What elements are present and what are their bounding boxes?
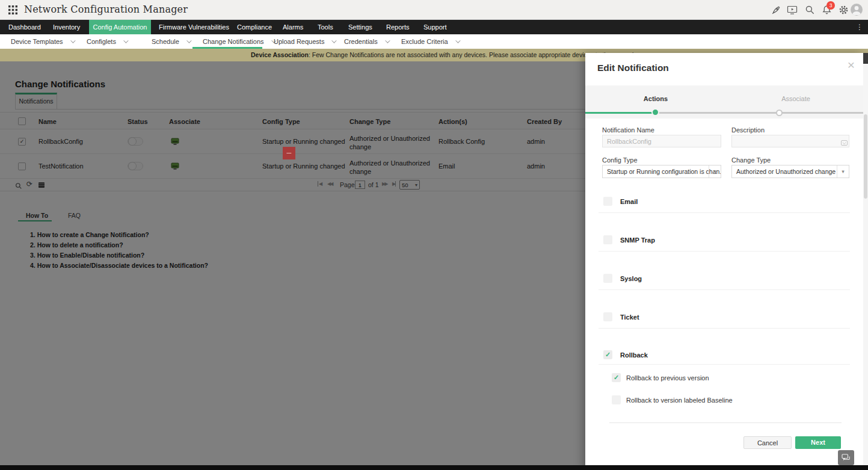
change-type-select[interactable]: Authorized or Unauthorized change ▾ bbox=[731, 165, 849, 178]
nav-item-dashboard[interactable]: Dashboard bbox=[8, 20, 41, 34]
caret-down-icon: ▾ bbox=[709, 165, 721, 178]
sub-nav: Device Templates Configlets Schedule Cha… bbox=[0, 34, 868, 49]
chevron-down-icon bbox=[70, 38, 75, 43]
subnav-item-exclude-criteria[interactable]: Exclude Criteria bbox=[401, 34, 459, 49]
subnav-item-device-templates[interactable]: Device Templates bbox=[11, 34, 74, 49]
stepper-dot-active bbox=[651, 108, 659, 116]
subnav-item-configlets[interactable]: Configlets bbox=[87, 34, 127, 49]
subnav-item-schedule[interactable]: Schedule bbox=[152, 34, 190, 49]
modal-dim-overlay[interactable] bbox=[0, 61, 585, 470]
banner-text: Device Association: Few Change Notificat… bbox=[251, 51, 642, 58]
demo-screen-icon[interactable] bbox=[787, 5, 798, 16]
comment-icon bbox=[841, 138, 860, 149]
drawer-title: Edit Notification bbox=[597, 63, 669, 73]
nav-item-alarms[interactable]: Alarms bbox=[283, 20, 303, 34]
step-actions[interactable]: Actions bbox=[632, 95, 680, 102]
scrollbar-thumb[interactable] bbox=[864, 114, 867, 199]
bottom-bar bbox=[0, 465, 868, 470]
next-button[interactable]: Next bbox=[795, 436, 841, 449]
nav-overflow-menu-icon[interactable]: ⋮ bbox=[856, 20, 863, 34]
active-subnav-underline bbox=[192, 47, 262, 49]
stepper-dot-idle bbox=[776, 110, 783, 116]
config-type-label: Config Type bbox=[602, 156, 638, 164]
subnav-item-upload-requests[interactable]: Upload Requests bbox=[274, 34, 335, 49]
nav-item-inventory[interactable]: Inventory bbox=[53, 20, 80, 34]
help-collapse-button[interactable]: – bbox=[283, 147, 295, 159]
nav-item-firmware-vulnerabilities[interactable]: Firmware Vulnerabilities bbox=[159, 20, 229, 34]
checkbox-rollback-checked[interactable]: ✓ bbox=[603, 350, 612, 359]
change-type-label: Change Type bbox=[731, 156, 771, 164]
step-associate[interactable]: Associate bbox=[772, 95, 820, 102]
main-nav: Dashboard Inventory Config Automation Fi… bbox=[0, 20, 868, 34]
chevron-down-icon bbox=[123, 38, 128, 43]
description-field[interactable] bbox=[731, 135, 849, 147]
app-title: Network Configuration Manager bbox=[24, 4, 188, 15]
notification-badge[interactable]: 3 bbox=[826, 1, 835, 10]
close-icon[interactable]: × bbox=[848, 58, 855, 72]
edit-notification-drawer: Edit Notification × Actions Associate No… bbox=[585, 53, 863, 470]
checkbox-rollback-previous-checked[interactable]: ✓ bbox=[612, 373, 621, 382]
nav-item-config-automation[interactable]: Config Automation bbox=[89, 20, 151, 34]
user-avatar[interactable] bbox=[851, 4, 863, 16]
nav-item-reports[interactable]: Reports bbox=[386, 20, 410, 34]
subnav-item-credentials[interactable]: Credentials bbox=[344, 34, 389, 49]
chevron-down-icon bbox=[186, 38, 191, 43]
description-label: Description bbox=[731, 126, 765, 134]
search-icon[interactable] bbox=[805, 5, 816, 16]
checkbox-email[interactable] bbox=[603, 197, 612, 206]
cancel-button[interactable]: Cancel bbox=[743, 436, 792, 449]
feedback-chat-button[interactable] bbox=[838, 450, 854, 465]
checkbox-syslog[interactable] bbox=[603, 274, 612, 283]
app-grid-icon[interactable] bbox=[8, 5, 17, 14]
chevron-down-icon bbox=[332, 38, 337, 43]
chevron-down-icon bbox=[455, 38, 460, 43]
top-bar: Network Configuration Manager 3 bbox=[0, 0, 868, 20]
getting-started-rocket-icon[interactable] bbox=[771, 5, 782, 16]
nav-item-support[interactable]: Support bbox=[423, 20, 447, 34]
gear-icon[interactable] bbox=[839, 5, 849, 16]
stepper-track-line bbox=[656, 112, 863, 114]
checkbox-ticket[interactable] bbox=[603, 312, 612, 321]
nav-item-compliance[interactable]: Compliance bbox=[237, 20, 272, 34]
nav-item-settings[interactable]: Settings bbox=[348, 20, 372, 34]
notification-name-label: Notification Name bbox=[602, 126, 654, 134]
config-type-select[interactable]: Startup or Running configuration is chan… bbox=[602, 165, 721, 178]
scrollbar[interactable] bbox=[863, 53, 868, 470]
notification-name-field[interactable] bbox=[602, 135, 721, 147]
nav-item-tools[interactable]: Tools bbox=[318, 20, 333, 34]
stepper-progress-line bbox=[585, 112, 656, 114]
caret-down-icon: ▾ bbox=[837, 165, 849, 178]
checkbox-rollback-baseline[interactable] bbox=[612, 395, 621, 404]
chevron-down-icon bbox=[385, 38, 390, 43]
checkbox-snmp-trap[interactable] bbox=[603, 235, 612, 244]
